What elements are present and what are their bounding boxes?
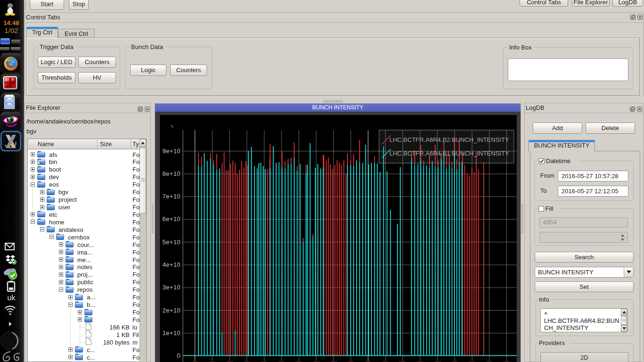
svg-text:2e+10: 2e+10 (162, 307, 181, 314)
svg-text:LHC.BCTFR.A6R4.B2:BUNCH_INTENS: LHC.BCTFR.A6R4.B2:BUNCH_INTENSITY (389, 136, 509, 143)
svg-text:3e+10: 3e+10 (162, 284, 181, 291)
svg-text:8e+10: 8e+10 (162, 170, 181, 177)
svg-text:7e+10: 7e+10 (162, 193, 181, 200)
svg-text:1e+10: 1e+10 (162, 329, 181, 337)
svg-text:0: 0 (177, 352, 181, 359)
svg-text:5e+10: 5e+10 (162, 239, 181, 246)
svg-text:6e+10: 6e+10 (162, 215, 181, 222)
svg-text:LHC.BCTFR.A6R4.B1:BUNCH_INTENS: LHC.BCTFR.A6R4.B1:BUNCH_INTENSITY (389, 150, 509, 157)
svg-text:9e+10: 9e+10 (162, 148, 181, 155)
svg-text:4e+10: 4e+10 (162, 261, 181, 268)
